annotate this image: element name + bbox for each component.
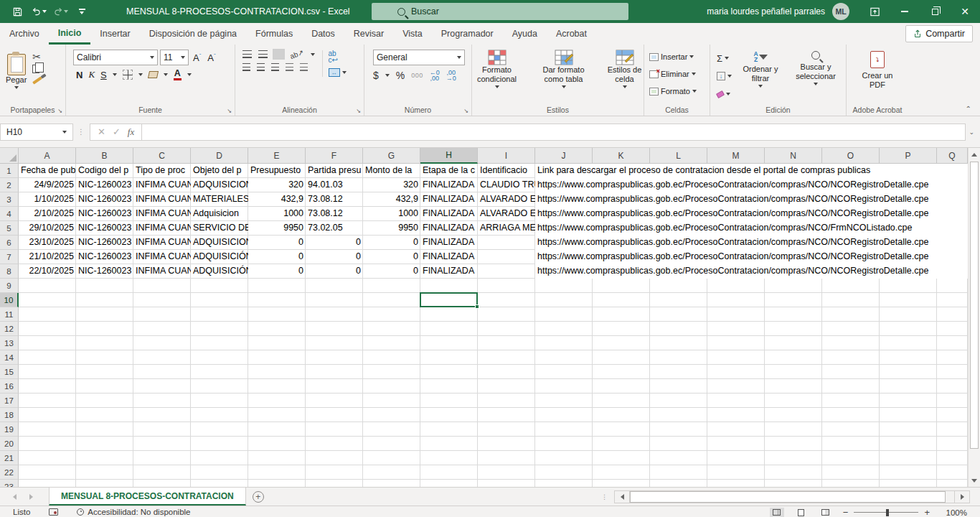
- cell-D20[interactable]: [191, 437, 248, 451]
- cell-value-D5[interactable]: SERVICIO DE: [191, 221, 248, 236]
- clear-button[interactable]: [715, 86, 734, 102]
- cell-B15[interactable]: [76, 365, 133, 379]
- cell-M19[interactable]: [707, 422, 765, 437]
- cell-P16[interactable]: [880, 379, 937, 393]
- cell-value-E5[interactable]: 9950: [248, 221, 306, 236]
- underline-caret[interactable]: [113, 73, 117, 76]
- cell-L14[interactable]: [650, 350, 707, 365]
- cell-E9[interactable]: [248, 279, 306, 293]
- cell-K21[interactable]: [593, 451, 650, 465]
- cell-styles-button[interactable]: Estilos de celda: [600, 47, 649, 104]
- cell-M11[interactable]: [707, 307, 765, 322]
- cell-N12[interactable]: [765, 322, 822, 336]
- cell-D13[interactable]: [191, 336, 248, 350]
- autosum-button[interactable]: Σ: [715, 50, 734, 66]
- cell-value-A7[interactable]: 21/10/2025: [19, 250, 76, 264]
- cell-value-J2[interactable]: https://www.compraspublicas.gob.ec/Proce…: [535, 178, 968, 192]
- cell-F19[interactable]: [306, 422, 363, 437]
- view-page-break-button[interactable]: [819, 508, 833, 517]
- cell-N13[interactable]: [765, 336, 822, 350]
- active-cell-H10[interactable]: [420, 292, 478, 307]
- cell-M14[interactable]: [707, 350, 765, 365]
- restore-button[interactable]: [920, 0, 950, 23]
- cell-L11[interactable]: [650, 307, 707, 322]
- cell-P23[interactable]: [880, 480, 937, 487]
- cell-A20[interactable]: [19, 437, 76, 451]
- cell-G16[interactable]: [363, 379, 420, 393]
- column-header-B[interactable]: B: [76, 148, 133, 164]
- row-header-20[interactable]: 20: [0, 437, 19, 451]
- cell-value-D2[interactable]: ADQUISICION: [191, 178, 248, 192]
- cell-B16[interactable]: [76, 379, 133, 393]
- cell-A10[interactable]: [19, 293, 76, 307]
- share-button[interactable]: Compartir: [905, 25, 973, 42]
- cell-A12[interactable]: [19, 322, 76, 336]
- cell-value-D3[interactable]: MATERIALES: [191, 192, 248, 207]
- cell-value-B4[interactable]: NIC-1260023: [76, 207, 133, 221]
- zoom-in-icon[interactable]: +: [924, 507, 930, 517]
- cell-value-C6[interactable]: INFIMA CUANTIA: [133, 236, 191, 250]
- cell-value-E6[interactable]: 0: [248, 236, 306, 250]
- formula-input[interactable]: [142, 124, 966, 141]
- font-color-caret[interactable]: [187, 73, 192, 76]
- borders-caret[interactable]: [138, 73, 143, 76]
- cell-I18[interactable]: [478, 408, 535, 422]
- cell-H21[interactable]: [420, 451, 478, 465]
- cell-O11[interactable]: [822, 307, 880, 322]
- cell-value-C5[interactable]: INFIMA CUANTIA: [133, 221, 191, 236]
- close-button[interactable]: ✕: [950, 0, 980, 23]
- cell-O22[interactable]: [822, 465, 880, 480]
- cell-D11[interactable]: [191, 307, 248, 322]
- cell-A21[interactable]: [19, 451, 76, 465]
- insert-function-icon[interactable]: fx: [128, 126, 134, 138]
- cell-O15[interactable]: [822, 365, 880, 379]
- row-header-1[interactable]: 1: [0, 164, 19, 178]
- cell-G18[interactable]: [363, 408, 420, 422]
- cell-E15[interactable]: [248, 365, 306, 379]
- cell-B13[interactable]: [76, 336, 133, 350]
- cell-value-B1[interactable]: Codigo del p: [76, 164, 133, 178]
- ribbon-tab-fórmulas[interactable]: Fórmulas: [246, 23, 302, 45]
- cell-A9[interactable]: [19, 279, 76, 293]
- cell-value-A8[interactable]: 22/10/2025: [19, 264, 76, 279]
- cell-Q21[interactable]: [937, 451, 968, 465]
- cell-E21[interactable]: [248, 451, 306, 465]
- cell-E16[interactable]: [248, 379, 306, 393]
- cell-value-A1[interactable]: Fecha de publ: [19, 164, 76, 178]
- cell-N22[interactable]: [765, 465, 822, 480]
- cell-value-E8[interactable]: 0: [248, 264, 306, 279]
- cell-value-D4[interactable]: Adquisicion: [191, 207, 248, 221]
- align-top-icon[interactable]: [242, 50, 252, 58]
- ribbon-tab-inicio[interactable]: Inicio: [49, 23, 91, 45]
- cell-value-J1[interactable]: Link para descargar el proceso de contra…: [535, 164, 968, 178]
- cell-E10[interactable]: [248, 293, 306, 307]
- cell-value-A2[interactable]: 24/9/2025: [19, 178, 76, 192]
- cell-value-G6[interactable]: 0: [363, 236, 420, 250]
- cell-C22[interactable]: [133, 465, 191, 480]
- cell-D19[interactable]: [191, 422, 248, 437]
- cell-N9[interactable]: [765, 279, 822, 293]
- cell-B14[interactable]: [76, 350, 133, 365]
- cell-J20[interactable]: [535, 437, 593, 451]
- cell-J15[interactable]: [535, 365, 593, 379]
- cell-K14[interactable]: [593, 350, 650, 365]
- cell-E13[interactable]: [248, 336, 306, 350]
- collapse-ribbon-icon[interactable]: ⌃: [966, 105, 971, 113]
- cell-H17[interactable]: [420, 393, 478, 408]
- cell-E23[interactable]: [248, 480, 306, 487]
- ribbon-tab-insertar[interactable]: Insertar: [90, 23, 139, 45]
- cell-F11[interactable]: [306, 307, 363, 322]
- bold-button[interactable]: N: [76, 70, 83, 80]
- cell-L21[interactable]: [650, 451, 707, 465]
- cell-value-E3[interactable]: 432,9: [248, 192, 306, 207]
- cell-value-F5[interactable]: 73.02.05: [306, 221, 363, 236]
- wrap-text-icon[interactable]: abc↩: [329, 50, 347, 63]
- cell-C14[interactable]: [133, 350, 191, 365]
- cell-O19[interactable]: [822, 422, 880, 437]
- align-center-icon[interactable]: [257, 63, 265, 71]
- cell-I15[interactable]: [478, 365, 535, 379]
- cell-G12[interactable]: [363, 322, 420, 336]
- row-header-21[interactable]: 21: [0, 451, 19, 465]
- cell-value-E4[interactable]: 1000: [248, 207, 306, 221]
- cell-F23[interactable]: [306, 480, 363, 487]
